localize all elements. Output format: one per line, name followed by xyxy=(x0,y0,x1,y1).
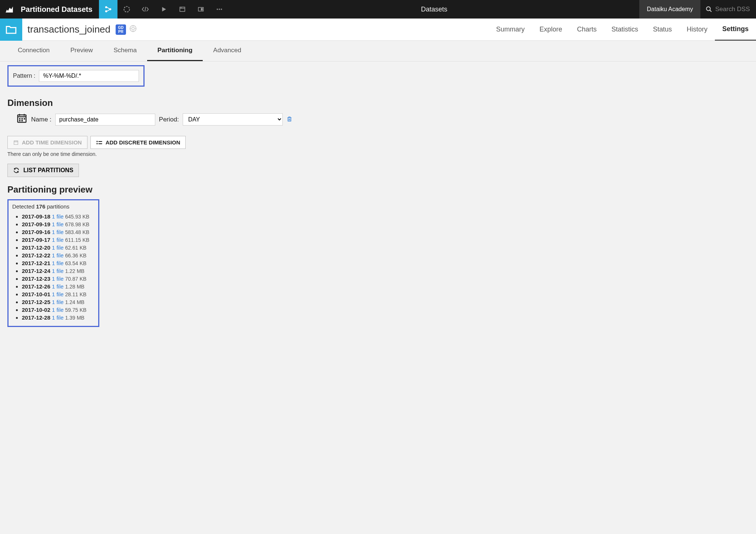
partition-file-link[interactable]: 1 file xyxy=(50,244,65,251)
partition-file-link[interactable]: 1 file xyxy=(50,229,65,235)
panel-icon[interactable] xyxy=(192,0,210,19)
svg-rect-21 xyxy=(96,143,97,144)
calendar-icon xyxy=(16,113,27,126)
circle-icon[interactable] xyxy=(117,0,136,19)
partition-date: 2017-12-25 xyxy=(22,299,50,305)
svg-rect-17 xyxy=(19,120,21,121)
partition-file-link[interactable]: 1 file xyxy=(50,221,65,227)
subtab-preview[interactable]: Preview xyxy=(60,41,103,61)
partition-file-link[interactable]: 1 file xyxy=(50,237,65,243)
tab-summary[interactable]: Summary xyxy=(489,19,532,41)
dimension-name-input[interactable] xyxy=(55,114,155,126)
partition-date: 2017-12-22 xyxy=(22,252,50,258)
dimension-heading: Dimension xyxy=(7,98,749,108)
subtab-connection[interactable]: Connection xyxy=(7,41,60,61)
more-icon[interactable] xyxy=(210,0,229,19)
tab-status[interactable]: Status xyxy=(646,19,679,41)
partition-file-link[interactable]: 1 file xyxy=(50,268,65,274)
svg-rect-6 xyxy=(201,9,202,10)
add-discrete-dimension-button[interactable]: ADD DISCRETE DIMENSION xyxy=(90,136,186,149)
code-icon[interactable] xyxy=(136,0,155,19)
logo-icon[interactable] xyxy=(0,0,19,19)
partition-file-link[interactable]: 1 file xyxy=(50,291,65,297)
dimension-period-select[interactable]: DAY xyxy=(183,113,283,126)
partition-file-link[interactable]: 1 file xyxy=(50,299,65,305)
dataset-name: transactions_joined xyxy=(22,24,116,35)
pattern-label: Pattern : xyxy=(13,73,35,79)
svg-rect-14 xyxy=(19,118,21,120)
partition-row: 2017-12-25 1 file 1.24 MB xyxy=(22,299,94,305)
partition-date: 2017-10-01 xyxy=(22,291,50,297)
target-icon[interactable] xyxy=(129,24,137,35)
top-navbar: Partitioned Datasets Datasets Dataiku Ac… xyxy=(0,0,756,19)
partition-row: 2017-10-02 1 file 59.75 KB xyxy=(22,307,94,313)
subtab-partitioning[interactable]: Partitioning xyxy=(147,41,203,61)
subtab-schema[interactable]: Schema xyxy=(103,41,147,61)
partition-date: 2017-09-18 xyxy=(22,213,50,220)
global-search[interactable]: Search DSS xyxy=(700,0,756,19)
partition-date: 2017-09-16 xyxy=(22,229,50,235)
tab-settings[interactable]: Settings xyxy=(715,19,756,41)
partition-file-link[interactable]: 1 file xyxy=(50,260,65,266)
partition-row: 2017-12-22 1 file 66.36 KB xyxy=(22,252,94,258)
gdpr-badge[interactable]: GDPR xyxy=(116,24,126,35)
partition-date: 2017-12-24 xyxy=(22,268,50,274)
calendar-small-icon xyxy=(13,140,19,146)
partition-size: 66.36 KB xyxy=(65,253,87,258)
svg-rect-4 xyxy=(180,7,185,11)
partition-preview-box: Detected 176 partitions 2017-09-18 1 fil… xyxy=(7,199,99,327)
partition-file-link[interactable]: 1 file xyxy=(50,314,65,321)
delete-dimension-icon[interactable] xyxy=(286,116,292,123)
dashboard-icon[interactable] xyxy=(173,0,192,19)
tab-explore[interactable]: Explore xyxy=(532,19,570,41)
partition-row: 2017-09-16 1 file 583.48 KB xyxy=(22,229,94,235)
subtab-advanced[interactable]: Advanced xyxy=(203,41,252,61)
partition-row: 2017-12-23 1 file 70.87 KB xyxy=(22,276,94,282)
dimension-hint: There can only be one time dimension. xyxy=(7,151,749,157)
svg-rect-20 xyxy=(96,141,97,142)
preview-heading: Partitioning preview xyxy=(7,184,749,195)
partition-size: 611.15 KB xyxy=(65,237,89,243)
tab-statistics[interactable]: Statistics xyxy=(604,19,646,41)
partition-row: 2017-12-20 1 file 62.61 KB xyxy=(22,244,94,251)
partition-date: 2017-12-20 xyxy=(22,244,50,251)
partition-row: 2017-09-18 1 file 645.93 KB xyxy=(22,213,94,220)
pattern-input[interactable] xyxy=(39,70,139,82)
detected-text: Detected 176 partitions xyxy=(12,203,94,210)
svg-rect-16 xyxy=(24,118,25,120)
flow-icon[interactable] xyxy=(99,0,117,19)
partition-size: 583.48 KB xyxy=(65,229,89,235)
partition-size: 678.98 KB xyxy=(65,221,89,227)
academy-link[interactable]: Dataiku Academy xyxy=(639,0,700,19)
search-placeholder: Search DSS xyxy=(715,6,750,13)
partition-size: 645.93 KB xyxy=(65,214,89,220)
pattern-box: Pattern : xyxy=(7,65,145,87)
partition-file-link[interactable]: 1 file xyxy=(50,276,65,282)
partition-file-link[interactable]: 1 file xyxy=(50,283,65,290)
app-title: Partitioned Datasets xyxy=(19,5,99,14)
partition-file-link[interactable]: 1 file xyxy=(50,307,65,313)
partition-date: 2017-12-26 xyxy=(22,283,50,290)
svg-point-10 xyxy=(706,7,710,11)
svg-point-9 xyxy=(221,9,222,10)
breadcrumb[interactable]: Datasets xyxy=(229,6,639,13)
partition-date: 2017-12-23 xyxy=(22,276,50,282)
partition-size: 63.54 KB xyxy=(65,260,87,266)
refresh-icon xyxy=(13,167,20,174)
partition-row: 2017-12-28 1 file 1.39 MB xyxy=(22,314,94,321)
play-icon[interactable] xyxy=(155,0,173,19)
dimension-period-label: Period: xyxy=(159,116,179,123)
discrete-icon xyxy=(96,140,103,145)
partition-row: 2017-09-17 1 file 611.15 KB xyxy=(22,237,94,243)
tab-history[interactable]: History xyxy=(679,19,715,41)
partition-date: 2017-12-28 xyxy=(22,314,50,321)
search-icon xyxy=(706,6,712,13)
svg-rect-18 xyxy=(21,120,23,121)
svg-point-12 xyxy=(132,27,134,30)
tab-charts[interactable]: Charts xyxy=(570,19,604,41)
list-partitions-button[interactable]: LIST PARTITIONS xyxy=(7,164,79,177)
project-folder-icon[interactable] xyxy=(0,19,22,41)
partition-file-link[interactable]: 1 file xyxy=(50,252,65,258)
partition-file-link[interactable]: 1 file xyxy=(50,213,65,220)
settings-subtabs: ConnectionPreviewSchemaPartitioningAdvan… xyxy=(0,41,756,61)
